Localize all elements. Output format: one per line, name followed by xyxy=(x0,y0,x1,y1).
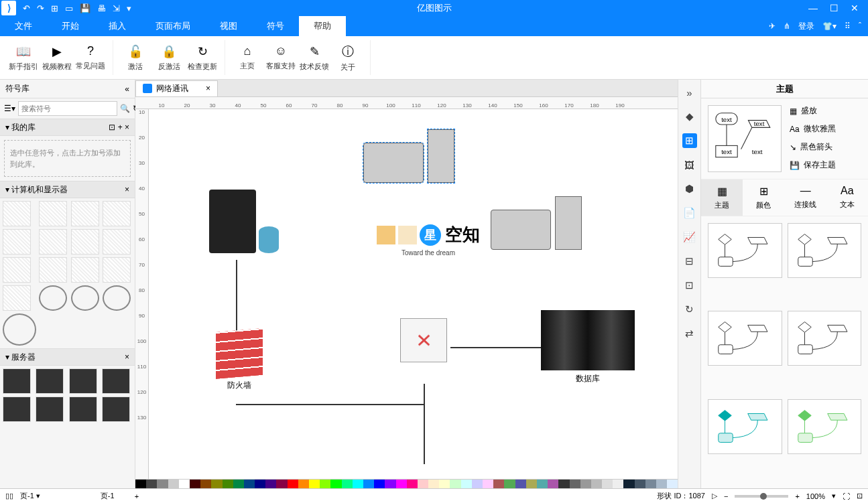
color-swatch[interactable] xyxy=(233,480,244,488)
theme-prop-row[interactable]: 💾保存主题 xyxy=(790,159,861,171)
color-swatch[interactable] xyxy=(363,480,374,488)
color-swatch[interactable] xyxy=(602,480,613,488)
apps-icon[interactable]: ⠿ xyxy=(845,21,851,31)
color-swatch[interactable] xyxy=(656,480,667,488)
ribbon-button[interactable]: 🔓激活 xyxy=(119,40,152,75)
color-swatch[interactable] xyxy=(288,480,298,488)
mylib-new-icon[interactable]: ⊡ xyxy=(109,123,115,132)
page-selector[interactable]: 页-1 ▾ xyxy=(20,491,40,501)
connector[interactable] xyxy=(236,404,424,405)
theme-item[interactable] xyxy=(788,223,862,278)
color-swatch[interactable] xyxy=(558,480,569,488)
color-swatch[interactable] xyxy=(613,480,623,488)
theme-prop-row[interactable]: ↘黑色箭头 xyxy=(790,141,861,153)
shape-item[interactable] xyxy=(3,285,31,311)
color-swatch[interactable] xyxy=(353,480,363,488)
color-swatch[interactable] xyxy=(385,480,395,488)
collapse-left-icon[interactable]: « xyxy=(125,84,129,94)
mylib-add-icon[interactable]: + xyxy=(118,123,123,132)
zoom-slider[interactable] xyxy=(735,495,788,498)
color-swatch[interactable] xyxy=(200,480,211,488)
menu-page-layout[interactable]: 页面布局 xyxy=(141,16,205,36)
fill-tool-icon[interactable]: ◆ xyxy=(682,109,697,124)
color-swatch[interactable] xyxy=(135,480,146,488)
shape-item[interactable] xyxy=(103,229,131,255)
page-tool-icon[interactable]: 📄 xyxy=(682,206,697,220)
canvas[interactable]: 防火墙 ✕ 数据库 星 空知 Towa xyxy=(149,109,678,479)
color-swatch[interactable] xyxy=(483,480,493,488)
zoom-out-button[interactable]: − xyxy=(724,492,728,500)
expand-right-icon[interactable]: » xyxy=(682,85,697,100)
color-swatch[interactable] xyxy=(168,480,179,488)
export-icon[interactable]: ⇲ xyxy=(113,3,120,13)
color-swatch[interactable] xyxy=(461,480,472,488)
share-icon[interactable]: ⋔ xyxy=(784,21,790,31)
theme-item[interactable] xyxy=(788,399,862,454)
maximize-button[interactable]: ☐ xyxy=(830,3,839,13)
ribbon-button[interactable]: ▶视频教程 xyxy=(40,40,74,75)
diagram-shape-server[interactable] xyxy=(209,190,279,253)
section-close-icon[interactable]: × xyxy=(125,185,129,194)
color-swatch[interactable] xyxy=(580,480,591,488)
shape-item[interactable] xyxy=(39,201,67,226)
diagram-shape-firewall[interactable]: 防火墙 xyxy=(216,330,263,391)
ribbon-button[interactable]: ☺客服支持 xyxy=(264,40,298,75)
shape-item[interactable] xyxy=(3,229,31,255)
ribbon-button[interactable]: 🔒反激活 xyxy=(152,40,186,75)
save-icon[interactable]: 💾 xyxy=(80,3,90,13)
app-logo[interactable]: ⟩ xyxy=(1,1,16,15)
color-swatch[interactable] xyxy=(645,480,656,488)
shape-item[interactable] xyxy=(39,229,67,255)
print-icon[interactable]: 🖶 xyxy=(97,3,106,13)
diagram-shape-computer[interactable] xyxy=(491,196,582,250)
shape-item[interactable] xyxy=(69,397,97,422)
theme-tab[interactable]: —连接线 xyxy=(785,179,826,216)
color-swatch[interactable] xyxy=(309,480,320,488)
color-swatch[interactable] xyxy=(179,480,190,488)
color-swatch[interactable] xyxy=(374,480,385,488)
shape-item[interactable] xyxy=(3,257,31,283)
ribbon-button[interactable]: ⓘ关于 xyxy=(331,40,365,75)
color-swatch[interactable] xyxy=(223,480,233,488)
shape-item[interactable] xyxy=(3,313,36,346)
theme-item[interactable] xyxy=(708,399,782,454)
diagram-shape-database[interactable]: 数据库 xyxy=(541,310,635,384)
search-icon[interactable]: 🔍 xyxy=(120,104,130,113)
new-icon[interactable]: ⊞ xyxy=(51,3,58,13)
chart-tool-icon[interactable]: 📈 xyxy=(682,230,697,244)
login-button[interactable]: 登录 xyxy=(798,21,814,32)
shape-item[interactable] xyxy=(39,285,67,311)
shape-item[interactable] xyxy=(71,257,99,283)
color-swatch[interactable] xyxy=(157,480,168,488)
zoom-in-button[interactable]: + xyxy=(795,492,799,500)
collapse-ribbon-icon[interactable]: ˆ xyxy=(859,21,861,31)
color-palette[interactable] xyxy=(135,479,678,488)
history-tool-icon[interactable]: ↻ xyxy=(682,302,697,317)
ribbon-button[interactable]: ?常见问题 xyxy=(74,40,107,75)
layers-tool-icon[interactable]: ⬢ xyxy=(682,182,697,196)
section-close-icon[interactable]: × xyxy=(125,352,129,362)
ribbon-button[interactable]: ↻检查更新 xyxy=(186,40,219,75)
ribbon-button[interactable]: 📖新手指引 xyxy=(7,40,40,75)
menu-help[interactable]: 帮助 xyxy=(299,16,346,36)
ribbon-button[interactable]: ⌂主页 xyxy=(231,40,264,75)
connector[interactable] xyxy=(424,384,425,464)
shape-item[interactable] xyxy=(69,368,97,394)
close-tab-icon[interactable]: × xyxy=(206,84,210,93)
zoom-level[interactable]: 100% xyxy=(806,492,825,500)
shape-item[interactable] xyxy=(103,201,131,226)
page-tab[interactable]: 页-1 xyxy=(101,491,115,501)
color-swatch[interactable] xyxy=(472,480,483,488)
section-computers-header[interactable]: ▾ 计算机和显示器 × xyxy=(0,181,135,198)
minimize-button[interactable]: — xyxy=(808,3,818,13)
theme-tab[interactable]: Aa文本 xyxy=(826,179,868,216)
menu-symbol[interactable]: 符号 xyxy=(252,16,299,36)
menu-view[interactable]: 视图 xyxy=(205,16,252,36)
color-swatch[interactable] xyxy=(146,480,157,488)
layout-toggle-icon[interactable]: ▯▯ xyxy=(5,492,13,500)
color-swatch[interactable] xyxy=(504,480,515,488)
color-swatch[interactable] xyxy=(570,480,580,488)
color-swatch[interactable] xyxy=(396,480,407,488)
diagram-shape-computer-selected[interactable] xyxy=(363,129,454,183)
section-servers-header[interactable]: ▾ 服务器 × xyxy=(0,348,135,366)
